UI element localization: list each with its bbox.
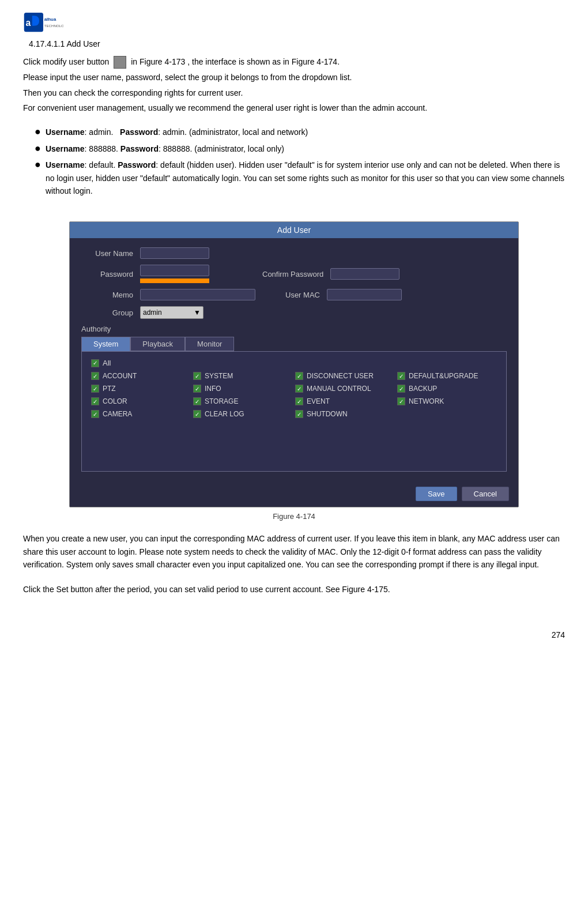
perm-event: EVENT xyxy=(295,397,395,405)
figure-container: Add User User Name Password Confirm Pass… xyxy=(23,221,565,521)
label-system: SYSTEM xyxy=(205,372,233,380)
intro-line2: Please input the user name, password, se… xyxy=(23,71,565,84)
memo-label: Memo xyxy=(81,291,133,299)
confirm-password-input[interactable] xyxy=(330,268,399,280)
checkbox-clear-log[interactable] xyxy=(193,410,201,418)
tab-playback[interactable]: Playback xyxy=(130,337,185,351)
group-dropdown-icon: ▼ xyxy=(194,308,201,317)
save-button[interactable]: Save xyxy=(416,487,457,501)
perm-all-label: All xyxy=(103,359,111,367)
perm-camera: CAMERA xyxy=(91,410,191,418)
perm-grid-4col: ACCOUNT SYSTEM DISCONNECT USER DEFA xyxy=(91,372,497,418)
perm-backup: BACKUP xyxy=(397,385,497,393)
checkbox-disconnect2[interactable] xyxy=(295,372,303,380)
checkbox-event[interactable] xyxy=(295,397,303,405)
perm-info: INFO xyxy=(193,385,293,393)
form-row-memo: Memo User MAC xyxy=(81,289,507,300)
body-para1: When you create a new user, you can inpu… xyxy=(23,532,565,571)
label-event: EVENT xyxy=(307,397,330,405)
dialog-footer: Save Cancel xyxy=(70,481,518,507)
authority-label: Authority xyxy=(81,325,507,333)
checkbox-ptz[interactable] xyxy=(91,385,99,393)
perm-system2: SYSTEM xyxy=(193,372,293,380)
form-row-password: Password Confirm Password xyxy=(81,265,507,283)
checkbox-color[interactable] xyxy=(91,397,99,405)
add-user-dialog: Add User User Name Password Confirm Pass… xyxy=(69,221,519,507)
bullet-dot-1: ● xyxy=(35,126,41,138)
label-info: INFO xyxy=(205,385,221,393)
checkbox-info[interactable] xyxy=(193,385,201,393)
checkbox-account2[interactable] xyxy=(91,372,99,380)
perm-ptz: PTZ xyxy=(91,385,191,393)
dialog-titlebar: Add User xyxy=(70,222,518,238)
perm-shutdown: SHUTDOWN xyxy=(295,410,395,418)
intro-line4: For convenient user management, usually … xyxy=(23,101,565,114)
dialog-content: User Name Password Confirm Password Memo… xyxy=(70,238,518,481)
memo-input[interactable] xyxy=(140,289,255,300)
checkbox-network[interactable] xyxy=(397,397,405,405)
checkbox-manual-control[interactable] xyxy=(295,385,303,393)
checkbox-shutdown[interactable] xyxy=(295,410,303,418)
label-ptz: PTZ xyxy=(103,385,116,393)
body-para2: Click the Set button after the period, y… xyxy=(23,583,565,596)
label-camera: CAMERA xyxy=(103,410,132,418)
user-mac-label: User MAC xyxy=(285,291,320,299)
cancel-button[interactable]: Cancel xyxy=(462,487,509,501)
permissions-area: All ACCOUNT SYSTEM xyxy=(81,351,507,472)
bullet-dot-2: ● xyxy=(35,142,41,155)
perm-storage: STORAGE xyxy=(193,397,293,405)
perm-default-upgrade: DEFAULT&UPGRADE xyxy=(397,372,497,380)
label-shutdown: SHUTDOWN xyxy=(307,410,348,418)
svg-text:a: a xyxy=(25,18,31,28)
label-clear-log: CLEAR LOG xyxy=(205,410,244,418)
label-manual-control: MANUAL CONTROL xyxy=(307,385,371,393)
tab-system[interactable]: System xyxy=(81,337,130,351)
perm-all-row: All xyxy=(91,359,497,367)
label-network: NETWORK xyxy=(409,397,444,405)
label-backup: BACKUP xyxy=(409,385,437,393)
page-number: 274 xyxy=(23,630,565,639)
checkbox-storage[interactable] xyxy=(193,397,201,405)
tab-monitor[interactable]: Monitor xyxy=(185,337,234,351)
bullet-dot-3: ● xyxy=(35,159,41,171)
checkbox-camera[interactable] xyxy=(91,410,99,418)
perm-color: COLOR xyxy=(91,397,191,405)
intro-line3: Then you can check the corresponding rig… xyxy=(23,86,565,99)
dahua-logo: a alhua TECHNOLOGY xyxy=(23,12,63,35)
group-label: Group xyxy=(81,308,133,317)
label-color: COLOR xyxy=(103,397,127,405)
svg-text:TECHNOLOGY: TECHNOLOGY xyxy=(44,24,63,28)
bullet-text-2: Username: 888888. Password: 888888. (adm… xyxy=(46,142,284,155)
password-input[interactable] xyxy=(140,265,209,276)
section-title: 4.17.4.1.1 Add User xyxy=(29,39,565,48)
checkbox-backup[interactable] xyxy=(397,385,405,393)
label-account: ACCOUNT xyxy=(103,372,137,380)
bullet-item-3: ● Username: default. Password: default (… xyxy=(35,159,565,197)
password-strength-bar xyxy=(140,279,209,283)
perm-account2: ACCOUNT xyxy=(91,372,191,380)
perm-network: NETWORK xyxy=(397,397,497,405)
user-mac-input[interactable] xyxy=(327,289,402,300)
confirm-password-label: Confirm Password xyxy=(262,270,323,279)
form-row-username: User Name xyxy=(81,247,507,259)
modify-icon xyxy=(114,56,126,69)
group-select[interactable]: admin ▼ xyxy=(140,306,203,319)
checkbox-all[interactable] xyxy=(91,359,99,367)
label-storage: STORAGE xyxy=(205,397,238,405)
label-disconnect: DISCONNECT USER xyxy=(307,372,374,380)
bullet-item-2: ● Username: 888888. Password: 888888. (a… xyxy=(35,142,565,155)
logo-area: a alhua TECHNOLOGY xyxy=(23,12,565,35)
tabs-row: System Playback Monitor xyxy=(81,337,507,351)
authority-section: Authority System Playback Monitor All xyxy=(81,325,507,472)
form-row-group: Group admin ▼ xyxy=(81,306,507,319)
figure-caption: Figure 4-174 xyxy=(273,512,315,521)
intro-line1: Click modify user button in Figure 4-173… xyxy=(23,55,565,69)
perm-manual-control: MANUAL CONTROL xyxy=(295,385,395,393)
label-default-upgrade: DEFAULT&UPGRADE xyxy=(409,372,478,380)
bullet-text-1: Username: admin. Password: admin. (admin… xyxy=(46,126,308,138)
checkbox-system2[interactable] xyxy=(193,372,201,380)
checkbox-default-upgrade[interactable] xyxy=(397,372,405,380)
username-input[interactable] xyxy=(140,247,209,259)
perm-clear-log: CLEAR LOG xyxy=(193,410,293,418)
bullet-text-3: Username: default. Password: default (hi… xyxy=(46,159,565,197)
